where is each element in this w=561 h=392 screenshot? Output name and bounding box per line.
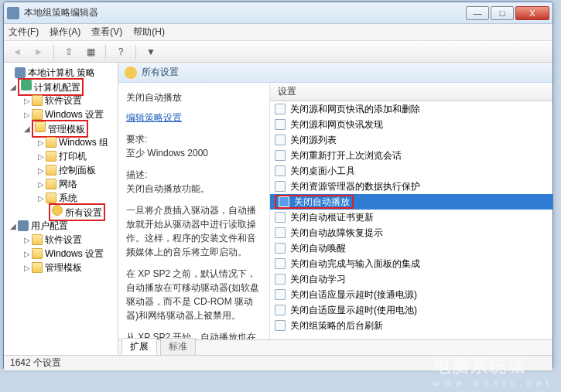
setting-icon [275, 227, 286, 238]
list-item-label: 关闭组策略的后台刷新 [290, 319, 383, 332]
tree-item[interactable]: ▷Windows 组 [5, 135, 116, 149]
minimize-button[interactable]: — [466, 6, 489, 20]
list-item[interactable]: 关闭自动唤醒 [270, 240, 552, 256]
menu-help[interactable]: 帮助(H) [133, 26, 165, 39]
description-text: 一旦将介质插入驱动器，自动播放就开始从驱动器中进行读取操作。这样，程序的安装文件… [126, 203, 262, 259]
list-item[interactable]: 关闭自动播放 [270, 194, 552, 210]
setting-icon [275, 258, 286, 269]
tree-item[interactable]: ▷软件设置 [5, 94, 116, 107]
list-item[interactable]: 关闭自动根证书更新 [270, 210, 552, 225]
list-item-label: 关闭源列表 [290, 134, 337, 147]
forward-button[interactable]: ► [30, 44, 47, 60]
tree-item[interactable]: ▷管理模板 [5, 261, 116, 274]
menu-action[interactable]: 操作(A) [50, 26, 80, 39]
maximize-button[interactable]: □ [491, 6, 514, 20]
edit-policy-link[interactable]: 编辑策略设置 [126, 112, 182, 123]
menu-view[interactable]: 查看(V) [91, 26, 122, 39]
setting-icon [275, 104, 286, 114]
folder-icon [32, 234, 43, 245]
gear-icon [52, 205, 63, 216]
list-item-label: 关闭自动唤醒 [290, 242, 346, 255]
setting-icon [275, 243, 286, 254]
app-icon [7, 7, 19, 19]
setting-icon [275, 289, 286, 300]
list-item[interactable]: 关闭重新打开上次浏览会话 [270, 148, 552, 163]
list-body[interactable]: 关闭源和网页快讯的添加和删除关闭源和网页快讯发现关闭源列表关闭重新打开上次浏览会… [270, 101, 552, 339]
tree-panel[interactable]: 本地计算机 策略 ◢计算机配置 ▷软件设置 ▷Windows 设置 ◢管理模板 … [4, 63, 118, 355]
titlebar[interactable]: 本地组策略编辑器 — □ X [4, 2, 552, 24]
list-item[interactable]: 关闭自动故障恢复提示 [270, 225, 552, 240]
list-item[interactable]: 关闭自动完成与输入面板的集成 [270, 256, 552, 271]
tree-admin-templates[interactable]: ◢管理模板 [5, 121, 116, 135]
window-controls: — □ X [466, 6, 549, 20]
folder-icon [32, 248, 43, 259]
policy-icon [15, 67, 26, 78]
list-column-header[interactable]: 设置 [270, 83, 552, 101]
list-item[interactable]: 关闭源和网页快讯发现 [270, 117, 552, 132]
content-title: 所有设置 [142, 66, 179, 79]
content-header: 所有设置 [118, 63, 552, 83]
filter-button[interactable]: ▼ [142, 44, 159, 60]
requirement-label: 要求: [126, 132, 262, 146]
folder-icon [46, 165, 56, 176]
tree-item[interactable]: ▷控制面板 [5, 163, 116, 177]
list-item[interactable]: 关闭自适应显示超时(使用电池) [270, 302, 552, 318]
separator [105, 45, 106, 59]
folder-icon [32, 109, 43, 120]
list-item[interactable]: 关闭资源管理器的数据执行保护 [270, 179, 552, 194]
list-item-label: 关闭自适应显示超时(使用电池) [290, 304, 417, 317]
tree-computer-config[interactable]: ◢计算机配置 [5, 80, 116, 94]
setting-icon [275, 119, 286, 130]
folder-icon [46, 137, 56, 148]
content-panel: 所有设置 关闭自动播放 编辑策略设置 要求: 至少 Windows 2000 描… [118, 63, 552, 355]
tree-user-config[interactable]: ◢用户配置 [5, 219, 116, 233]
list-item-label: 关闭资源管理器的数据执行保护 [290, 180, 420, 193]
separator [53, 45, 54, 59]
list-item-label: 关闭桌面小工具 [290, 165, 355, 178]
split-panel: 关闭自动播放 编辑策略设置 要求: 至少 Windows 2000 描述: 关闭… [118, 83, 552, 339]
tree-all-settings[interactable]: 所有设置 [5, 205, 116, 219]
back-button[interactable]: ◄ [9, 44, 26, 60]
setting-icon [275, 150, 286, 161]
list-item[interactable]: 关闭自适应显示超时(接通电源) [270, 287, 552, 302]
list-item-label: 关闭自动根证书更新 [290, 211, 374, 224]
list-item[interactable]: 关闭自动学习 [270, 271, 552, 287]
description-label: 描述: [126, 168, 262, 182]
list-item-label: 关闭自动学习 [290, 273, 346, 286]
setting-icon [275, 181, 286, 192]
list-item-label: 关闭源和网页快讯发现 [290, 118, 383, 131]
folder-icon [32, 262, 43, 273]
show-hide-tree-button[interactable]: ▦ [82, 44, 99, 60]
list-item[interactable]: 关闭桌面小工具 [270, 163, 552, 179]
list-item[interactable]: 关闭源和网页快讯的添加和删除 [270, 101, 552, 117]
list-item-label: 关闭自适应显示超时(接通电源) [290, 288, 417, 302]
tree-item[interactable]: ▷打印机 [5, 149, 116, 163]
setting-icon [275, 135, 286, 145]
setting-icon [275, 212, 286, 223]
body: 本地计算机 策略 ◢计算机配置 ▷软件设置 ▷Windows 设置 ◢管理模板 … [4, 63, 552, 355]
requirement-value: 至少 Windows 2000 [126, 146, 262, 160]
close-button[interactable]: X [515, 6, 549, 20]
folder-icon [46, 193, 56, 203]
up-button[interactable]: ⇧ [60, 44, 77, 60]
help-button[interactable]: ? [112, 44, 129, 60]
toolbar: ◄ ► ⇧ ▦ ? ▼ [4, 41, 552, 63]
tabs: 扩展 标准 [118, 339, 552, 355]
list-item-label: 关闭自动故障恢复提示 [290, 227, 383, 240]
list-item[interactable]: 关闭源列表 [270, 132, 552, 148]
list-item[interactable]: 关闭组策略的后台刷新 [270, 318, 552, 333]
separator [135, 45, 136, 59]
menu-file[interactable]: 文件(F) [9, 26, 39, 39]
folder-icon [46, 179, 56, 189]
description-text: 关闭自动播放功能。 [126, 182, 262, 196]
detail-panel: 关闭自动播放 编辑策略设置 要求: 至少 Windows 2000 描述: 关闭… [118, 83, 270, 339]
tree-item[interactable]: ▷Windows 设置 [5, 247, 116, 261]
folder-icon [46, 151, 56, 162]
tree-item[interactable]: ▷软件设置 [5, 233, 116, 247]
list-item-label: 关闭重新打开上次浏览会话 [290, 149, 402, 162]
tab-standard[interactable]: 标准 [160, 338, 196, 355]
gear-icon [125, 66, 137, 79]
tree-item[interactable]: ▷网络 [5, 177, 116, 191]
tab-extended[interactable]: 扩展 [121, 338, 157, 355]
setting-icon [275, 305, 286, 315]
